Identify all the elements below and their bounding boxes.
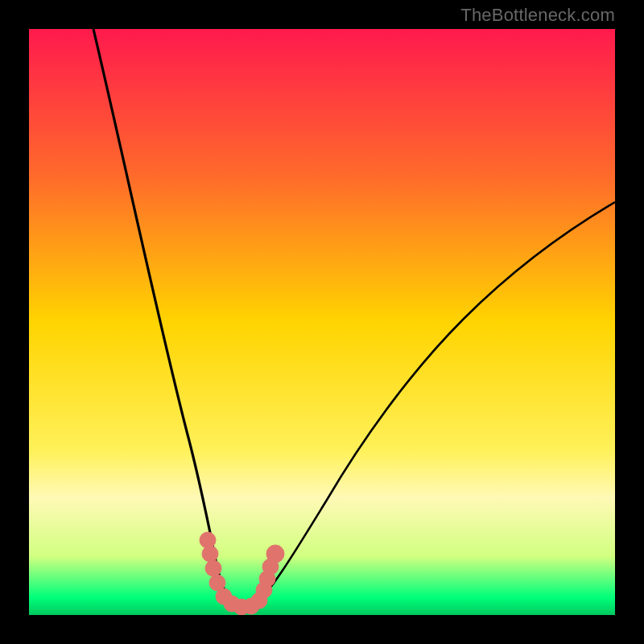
curve-markers — [200, 532, 284, 615]
svg-point-2 — [202, 546, 218, 562]
plot-area — [29, 29, 615, 615]
svg-point-3 — [205, 560, 221, 576]
watermark-text: TheBottleneck.com — [460, 5, 615, 26]
bottleneck-curve — [29, 29, 615, 615]
svg-point-13 — [266, 545, 284, 563]
